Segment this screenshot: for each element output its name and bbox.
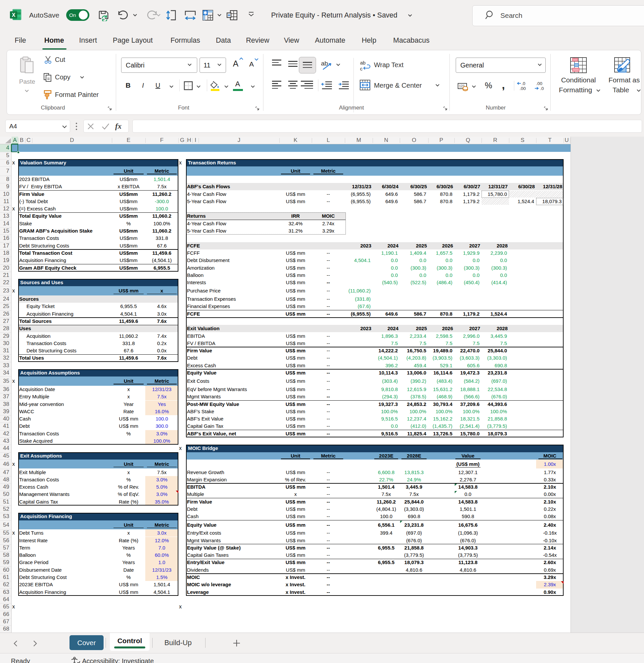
svg-text:X: X — [12, 12, 16, 18]
svg-text:.00: .00 — [519, 86, 526, 91]
svg-text:.0: .0 — [521, 81, 525, 86]
svg-text:✱: ✱ — [203, 10, 207, 16]
svg-text:ab: ab — [360, 60, 366, 66]
svg-text:.0: .0 — [540, 86, 544, 91]
svg-text:c: c — [360, 66, 363, 71]
svg-text:.00: .00 — [536, 81, 542, 86]
svg-text:ab: ab — [321, 60, 328, 67]
